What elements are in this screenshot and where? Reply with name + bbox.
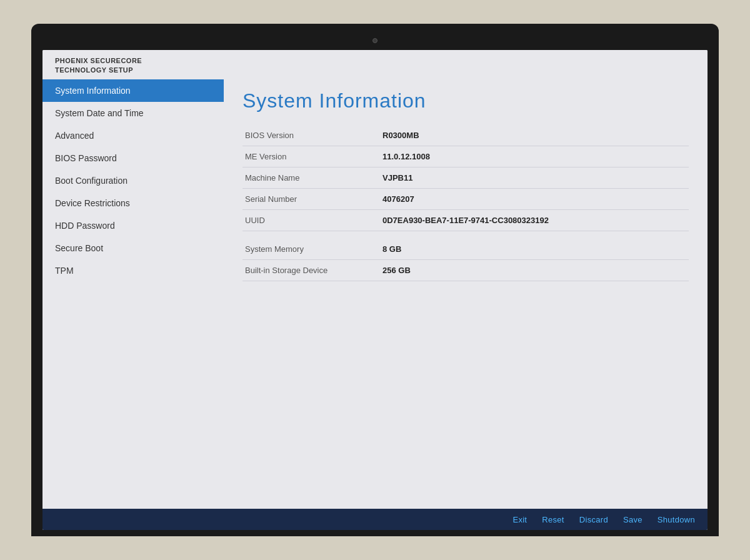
page-title: System Information	[242, 89, 689, 112]
bios-subtitle: TECHNOLOGY SETUP	[55, 66, 695, 75]
sidebar-item-system-date-time[interactable]: System Date and Time	[42, 102, 224, 124]
info-value: R0300MB	[380, 125, 689, 146]
info-value: 256 GB	[380, 259, 689, 281]
sidebar-item-bios-password[interactable]: BIOS Password	[42, 147, 224, 169]
info-value: 4076207	[380, 188, 689, 209]
shutdown-button[interactable]: Shutdown	[658, 515, 695, 524]
table-row: Serial Number 4076207	[242, 188, 689, 209]
table-row: BIOS Version R0300MB	[242, 125, 689, 146]
exit-button[interactable]: Exit	[512, 515, 527, 524]
info-value: 0D7EA930-BEA7-11E7-9741-CC3080323192	[380, 209, 689, 231]
main-content: System Information BIOS Version R0300MB …	[224, 79, 708, 509]
discard-button[interactable]: Discard	[579, 515, 608, 524]
info-gap	[242, 231, 689, 239]
info-table-primary: BIOS Version R0300MB ME Version 11.0.12.…	[242, 125, 689, 231]
reset-button[interactable]: Reset	[542, 515, 564, 524]
table-row: Built-in Storage Device 256 GB	[242, 259, 689, 281]
sidebar-item-system-information[interactable]: System Information	[42, 79, 224, 102]
info-label: Serial Number	[242, 188, 380, 209]
bios-body: System Information System Date and Time …	[42, 79, 708, 509]
table-row: Machine Name VJPB11	[242, 167, 689, 188]
sidebar-item-boot-configuration[interactable]: Boot Configuration	[42, 169, 224, 192]
sidebar-item-device-restrictions[interactable]: Device Restrictions	[42, 192, 224, 214]
sidebar: System Information System Date and Time …	[42, 79, 224, 509]
webcam-dot	[372, 38, 378, 43]
info-value: 11.0.12.1008	[380, 146, 689, 167]
info-label: System Memory	[242, 239, 380, 260]
sidebar-item-advanced[interactable]: Advanced	[42, 124, 224, 147]
bios-vendor: PHOENIX SECURECORE	[55, 56, 695, 66]
info-label: Machine Name	[242, 167, 380, 188]
info-label: ME Version	[242, 146, 380, 167]
laptop-frame: PHOENIX SECURECORE TECHNOLOGY SETUP Syst…	[31, 24, 719, 536]
table-row: System Memory 8 GB	[242, 239, 689, 260]
info-label: UUID	[242, 209, 380, 231]
table-row: UUID 0D7EA930-BEA7-11E7-9741-CC308032319…	[242, 209, 689, 231]
info-label: BIOS Version	[242, 125, 380, 146]
save-button[interactable]: Save	[623, 515, 642, 524]
footer-bar: Exit Reset Discard Save Shutdown	[42, 509, 708, 530]
info-value: VJPB11	[380, 167, 689, 188]
bios-header: PHOENIX SECURECORE TECHNOLOGY SETUP	[42, 50, 708, 79]
sidebar-item-secure-boot[interactable]: Secure Boot	[42, 237, 224, 259]
webcam-bar	[42, 35, 708, 46]
bios-screen: PHOENIX SECURECORE TECHNOLOGY SETUP Syst…	[42, 50, 708, 530]
info-table-secondary: System Memory 8 GB Built-in Storage Devi…	[242, 239, 689, 281]
sidebar-item-tpm[interactable]: TPM	[42, 259, 224, 282]
sidebar-item-hdd-password[interactable]: HDD Password	[42, 214, 224, 237]
info-value: 8 GB	[380, 239, 689, 260]
table-row: ME Version 11.0.12.1008	[242, 146, 689, 167]
info-label: Built-in Storage Device	[242, 259, 380, 281]
